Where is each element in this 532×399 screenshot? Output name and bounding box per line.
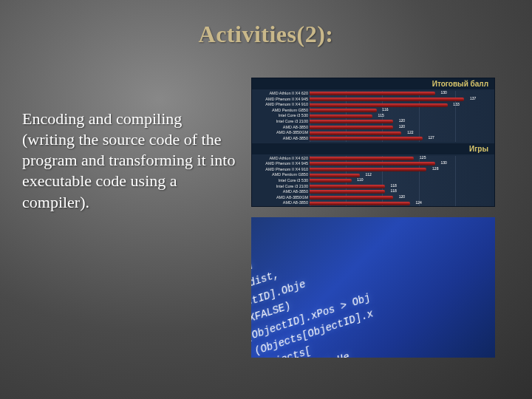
chart-title-1: Итоговый балл bbox=[252, 78, 494, 89]
chart-bar: 133 bbox=[310, 103, 448, 107]
chart-bar: 128 bbox=[310, 168, 426, 171]
chart-category-label: AMD A8-3850 bbox=[255, 201, 308, 205]
chart-category-label: AMD Athlon II X4 620 bbox=[255, 157, 308, 161]
chart-2-body: AMD Athlon II X4 620AMD Phenom II X4 945… bbox=[252, 154, 494, 208]
chart-category-label: Intel Core i3 2100 bbox=[255, 120, 308, 124]
chart-bar: 127 bbox=[310, 137, 423, 140]
body-paragraph: Encoding and compiling (writing the sour… bbox=[22, 109, 236, 213]
slide-title: Activities(2): bbox=[0, 0, 532, 48]
chart-bar: 116 bbox=[310, 109, 377, 112]
chart-category-label: AMD A8-3850 bbox=[255, 137, 308, 141]
text-column: Encoding and compiling (writing the sour… bbox=[22, 78, 251, 358]
chart-bar: 130 bbox=[310, 162, 435, 166]
chart-category-label: AMD Phenom II X4 945 bbox=[255, 162, 308, 166]
chart-category-label: Intel Core i3 2100 bbox=[255, 185, 308, 189]
content-area: Encoding and compiling (writing the sour… bbox=[0, 78, 532, 358]
chart-bar: 120 bbox=[310, 120, 393, 123]
chart-bar: 118 bbox=[310, 185, 385, 188]
chart-bar: 130 bbox=[310, 92, 435, 95]
benchmark-chart-image: Итоговый балл AMD Athlon II X4 620AMD Ph… bbox=[251, 78, 495, 207]
chart-category-label: Intel Core i3 530 bbox=[255, 114, 308, 118]
chart-title-2: Игры bbox=[252, 143, 494, 154]
chart-category-label: AMD A8-3850 bbox=[255, 126, 308, 130]
chart-bar: 124 bbox=[310, 202, 410, 205]
chart-bar: 120 bbox=[310, 196, 393, 200]
chart-bar: 137 bbox=[310, 98, 464, 101]
chart-category-label: Intel Core i3 530 bbox=[255, 179, 308, 183]
chart-category-label: AMD Pentium G850 bbox=[255, 173, 308, 177]
chart-category-label: AMD A8-3850GM bbox=[255, 131, 308, 135]
chart-bar: 122 bbox=[310, 132, 401, 135]
chart-bar: 110 bbox=[310, 179, 352, 183]
chart-category-label: AMD Phenom II X4 910 bbox=[255, 103, 308, 107]
chart-bar: 120 bbox=[310, 126, 393, 129]
chart-bar: 125 bbox=[310, 157, 414, 160]
chart-category-label: AMD A8-3850GM bbox=[255, 196, 308, 200]
chart-category-label: AMD Athlon II X4 620 bbox=[255, 92, 308, 96]
chart-category-label: AMD A8-3850 bbox=[255, 190, 308, 194]
source-code-image: tNetwork(invxdist, vydist,ects[ObjectID]… bbox=[251, 217, 495, 358]
chart-bar: 118 bbox=[310, 190, 385, 194]
chart-category-label: AMD Phenom II X4 945 bbox=[255, 98, 308, 102]
chart-category-label: AMD Pentium G850 bbox=[255, 109, 308, 113]
image-column: Итоговый балл AMD Athlon II X4 620AMD Ph… bbox=[251, 78, 510, 358]
chart-1-body: AMD Athlon II X4 620AMD Phenom II X4 945… bbox=[252, 89, 494, 143]
code-text: tNetwork(invxdist, vydist,ects[ObjectID]… bbox=[251, 217, 495, 358]
chart-category-label: AMD Phenom II X4 910 bbox=[255, 168, 308, 172]
chart-bar: 115 bbox=[310, 115, 372, 118]
chart-bar: 112 bbox=[310, 174, 360, 177]
